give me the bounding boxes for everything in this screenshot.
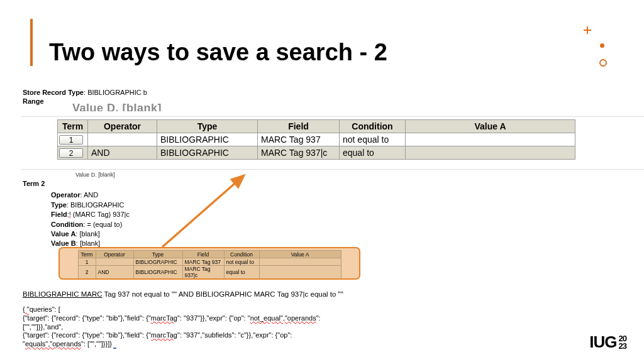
cell-field: MARC Tag 937|c [258, 146, 340, 160]
col-field: Field [258, 120, 340, 133]
cell-type: BIBLIOGRAPHIC [157, 146, 258, 160]
arrow-icon [151, 170, 277, 258]
mini-col-term: Term [78, 251, 96, 258]
search-terms-table: Term Operator Type Field Condition Value… [57, 119, 575, 160]
mini-table-highlight: Term Operator Type Field Condition Value… [58, 247, 360, 280]
term-button[interactable]: 2 [58, 146, 88, 160]
cell-value-a [406, 146, 575, 160]
title-accent-bar [30, 19, 33, 66]
mini-row: 1 BIBLIOGRAPHIC MARC Tag 937 not equal t… [78, 258, 341, 266]
mini-col-type: Type [133, 251, 182, 258]
table-header-row: Term Operator Type Field Condition Value… [58, 120, 575, 133]
term-2-details: Term 2 Operator: AND Type: BIBLIOGRAPHIC… [23, 179, 130, 249]
dot-icon [600, 43, 604, 48]
mini-col-value-a: Value A [259, 251, 341, 258]
json-query: { "queries": [ {"target": {"record": {"t… [23, 305, 463, 349]
cell-operator: AND [88, 146, 157, 160]
mini-col-field: Field [182, 251, 224, 258]
mini-row: 2 AND BIBLIOGRAPHIC MARC Tag 937|c equal… [78, 266, 341, 279]
iug-logo: IUG 2023 [589, 332, 626, 352]
col-term: Term [58, 120, 88, 133]
slide-title: Two ways to save a search - 2 [49, 39, 387, 66]
circle-icon [599, 59, 607, 67]
col-condition: Condition [340, 120, 406, 133]
table-row: 1 BIBLIOGRAPHIC MARC Tag 937 not equal t… [58, 133, 575, 146]
svg-line-0 [162, 175, 244, 247]
cell-value-a [406, 133, 575, 146]
term-button[interactable]: 1 [58, 133, 88, 146]
table-row: 2 AND BIBLIOGRAPHIC MARC Tag 937|c equal… [58, 146, 575, 160]
cell-operator [88, 133, 157, 146]
col-type: Type [157, 120, 258, 133]
mini-table: Term Operator Type Field Condition Value… [78, 250, 341, 279]
query-sentence: BIBLIOGRAPHIC MARC Tag 937 not equal to … [23, 290, 343, 298]
value-b-blank-small: Value D. [blank] [75, 172, 115, 178]
cell-condition: equal to [340, 146, 406, 160]
value-b-cutoff: Value D. [blank] [72, 102, 162, 111]
col-operator: Operator [88, 120, 157, 133]
cell-field: MARC Tag 937 [258, 133, 340, 146]
mini-col-condition: Condition [224, 251, 259, 258]
cell-condition: not equal to [340, 133, 406, 146]
mini-col-operator: Operator [96, 251, 133, 258]
col-value-a: Value A [406, 120, 575, 133]
cell-type: BIBLIOGRAPHIC [157, 133, 258, 146]
